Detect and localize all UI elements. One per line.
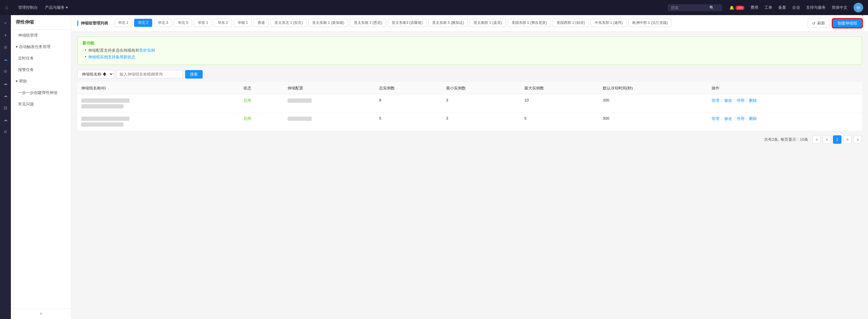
region-tab-华东 1[interactable]: 华东 1 — [194, 19, 212, 27]
sidebar-icon-cloud3[interactable]: ☁ — [0, 90, 11, 101]
cell-status-0: 启用 — [240, 94, 284, 113]
breadcrumb: 伸缩组管理列表 — [77, 21, 108, 26]
nav-management-console[interactable]: 管理控制台 — [18, 5, 38, 10]
sidebar-icon-settings[interactable]: ⚙ — [0, 66, 11, 77]
pagination-prev[interactable]: < — [823, 135, 831, 144]
region-tab-华南 1[interactable]: 华南 1 — [234, 19, 252, 27]
left-nav-title: 弹性伸缩 — [11, 15, 71, 30]
nav-ticket[interactable]: 工单 — [765, 5, 772, 10]
cell-status-1: 启用 — [240, 113, 284, 130]
search-field-select[interactable]: 伸缩组名称 ◆ — [77, 70, 114, 78]
cell-min-1: 3 — [442, 113, 521, 130]
region-tab-华北 1[interactable]: 华北 1 — [114, 19, 132, 27]
col-actions: 操作 — [708, 83, 862, 94]
nav-record[interactable]: 备案 — [778, 5, 786, 10]
action-停用-1[interactable]: 停用 — [737, 116, 744, 122]
sidebar-icon-cloud4[interactable]: ☁ — [0, 114, 11, 125]
cell-config-0 — [284, 94, 375, 113]
bell-icon[interactable]: 🔔290 — [730, 5, 744, 10]
search-icon: 🔍 — [709, 5, 714, 10]
main-layout: ≡ ▾ ⊞ ☁ ⚙ ☁ ☁ ▤ ☁ ⚙ 弹性伸缩 伸缩组管理 ▾ 自动触发任务管… — [0, 15, 868, 319]
col-min: 最小实例数 — [442, 83, 521, 94]
nav-fee[interactable]: 费用 — [750, 5, 758, 10]
create-scaling-group-button[interactable]: 创建伸缩组 — [833, 19, 862, 28]
col-config: 伸缩配置 — [284, 83, 375, 94]
region-tab-亚太东北 1 (东京)[interactable]: 亚太东北 1 (东京) — [271, 19, 307, 27]
action-停用-0[interactable]: 停用 — [737, 98, 744, 103]
cell-max-0: 10 — [521, 94, 599, 113]
region-tab-华北 3[interactable]: 华北 3 — [154, 19, 172, 27]
pagination: 共有2条, 每页显示：10条 « < 1 > » — [77, 135, 862, 144]
region-tab-美国东部 1 (弗吉尼亚)[interactable]: 美国东部 1 (弗吉尼亚) — [508, 19, 551, 27]
avatar[interactable]: Ie — [854, 3, 863, 12]
pagination-last[interactable]: » — [854, 135, 862, 144]
region-tab-欧洲中部 1 (法兰克福)[interactable]: 欧洲中部 1 (法兰克福) — [628, 19, 672, 27]
sidebar-icon-cloud[interactable]: ☁ — [0, 54, 11, 65]
region-tab-亚太东南 5 (雅加达)[interactable]: 亚太东南 5 (雅加达) — [428, 19, 468, 27]
action-删除-1[interactable]: 删除 — [749, 116, 757, 122]
sidebar-icon-collapse[interactable]: ▾ — [0, 30, 11, 40]
top-navigation: ○ 管理控制台 产品与服务 ▾ 🔍 🔔290 费用 工单 备案 企业 支持与服务… — [0, 0, 868, 15]
notice-link-spot[interactable]: 竞价实例 — [139, 48, 155, 53]
header-actions: ↺ 刷新 创建伸缩组 ↗ — [808, 19, 862, 28]
notice-link-standby[interactable]: 伸缩组实例支持备用新状态 — [88, 54, 135, 60]
nav-support[interactable]: 支持与服务 — [806, 5, 826, 10]
content-area: 伸缩组管理列表 华北 1华北 2华北 3华北 5华东 1华东 2华南 1香港亚太… — [71, 15, 868, 319]
sidebar-item-step-create[interactable]: 一步一步创建弹性伸缩 — [11, 87, 71, 98]
cell-min-0: 3 — [442, 94, 521, 113]
sidebar-section-auto-task[interactable]: ▾ 自动触发任务管理 — [11, 41, 71, 53]
region-tab-香港[interactable]: 香港 — [254, 19, 269, 27]
region-tab-亚太南部 1 (孟买)[interactable]: 亚太南部 1 (孟买) — [470, 19, 505, 27]
notice-item-2: • 伸缩组实例支持备用新状态 — [85, 54, 857, 60]
cell-cooldown-1: 300 — [599, 113, 708, 130]
cell-total-0: 9 — [375, 94, 442, 113]
logo-icon[interactable]: ○ — [5, 4, 8, 11]
cell-actions-0: 管理|修改|停用|删除 — [708, 94, 862, 113]
sidebar-item-scheduled-task[interactable]: 定时任务 — [11, 53, 71, 64]
sidebar-icon-grid[interactable]: ▤ — [0, 102, 11, 113]
search-input[interactable] — [671, 5, 707, 10]
nav-enterprise[interactable]: 企业 — [792, 5, 800, 10]
search-input-field[interactable] — [116, 70, 183, 78]
action-修改-1[interactable]: 修改 — [724, 116, 732, 122]
content-body: 新功能 • 伸缩配置支持多选实例规格和竞价实例 • 伸缩组实例支持备用新状态 伸… — [71, 32, 868, 319]
sidebar-icon-list[interactable]: ⊞ — [0, 42, 11, 53]
search-bar: 伸缩组名称 ◆ 搜索 — [77, 70, 862, 78]
nav-products-services[interactable]: 产品与服务 ▾ — [45, 5, 68, 10]
col-status: 状态 — [240, 83, 284, 94]
region-tab-亚太东南 1 (新加坡)[interactable]: 亚太东南 1 (新加坡) — [308, 19, 348, 27]
region-tab-华东 2[interactable]: 华东 2 — [214, 19, 232, 27]
nav-language[interactable]: 简体中文 — [832, 5, 847, 10]
region-tab-亚太东南3 (吉隆坡)[interactable]: 亚太东南3 (吉隆坡) — [388, 19, 427, 27]
pagination-current[interactable]: 1 — [833, 135, 841, 144]
action-管理-0[interactable]: 管理 — [712, 98, 719, 103]
region-tab-group: 华北 1华北 2华北 3华北 5华东 1华东 2华南 1香港亚太东北 1 (东京… — [114, 19, 804, 27]
search-button[interactable]: 搜索 — [185, 70, 203, 78]
notice-box: 新功能 • 伸缩配置支持多选实例规格和竞价实例 • 伸缩组实例支持备用新状态 — [77, 37, 862, 65]
region-tab-华北 5[interactable]: 华北 5 — [174, 19, 192, 27]
region-tab-亚太东南 2 (悉尼)[interactable]: 亚太东南 2 (悉尼) — [350, 19, 386, 27]
notification-badge: 290 — [736, 6, 744, 10]
sidebar-collapse-button[interactable]: ≡ — [11, 308, 71, 319]
region-tab-中东东部 1 (迪拜)[interactable]: 中东东部 1 (迪拜) — [591, 19, 627, 27]
action-管理-1[interactable]: 管理 — [712, 116, 719, 122]
region-tab-华北 2[interactable]: 华北 2 — [134, 19, 152, 27]
pagination-next[interactable]: > — [843, 135, 852, 144]
pagination-first[interactable]: « — [812, 135, 821, 144]
sidebar-icon-cloud2[interactable]: ☁ — [0, 78, 11, 89]
refresh-icon: ↺ — [812, 21, 815, 26]
cell-name-1 — [78, 113, 240, 130]
action-修改-0[interactable]: 修改 — [724, 98, 732, 103]
refresh-button[interactable]: ↺ 刷新 — [808, 19, 830, 28]
sidebar-icon-gear[interactable]: ⚙ — [0, 126, 11, 137]
sidebar-item-scaling-group[interactable]: 伸缩组管理 — [11, 30, 71, 41]
sidebar-icon-rail: ≡ ▾ ⊞ ☁ ⚙ ☁ ☁ ▤ ☁ ⚙ — [0, 15, 11, 319]
sidebar-item-alarm-task[interactable]: 报警任务 — [11, 64, 71, 75]
action-删除-0[interactable]: 删除 — [749, 98, 757, 103]
region-tab-美国西部 1 (硅谷)[interactable]: 美国西部 1 (硅谷) — [553, 19, 589, 27]
sidebar-icon-menu[interactable]: ≡ — [0, 18, 11, 28]
cell-max-1: 5 — [521, 113, 599, 130]
sidebar-item-faq[interactable]: 常见问题 — [11, 98, 71, 110]
sidebar-section-help[interactable]: ▾ 帮助 — [11, 75, 71, 87]
table-body: 启用9310300管理|修改|停用|删除 启用535300管理|修改|停用|删除 — [78, 94, 862, 130]
